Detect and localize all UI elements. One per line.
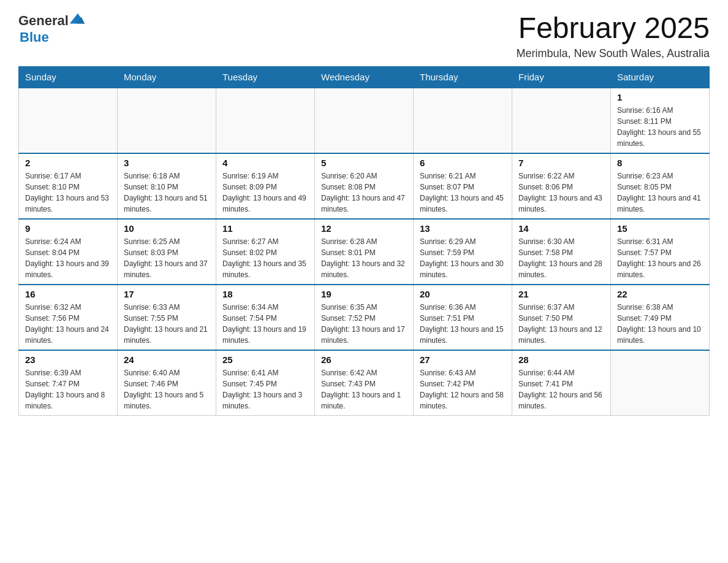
day-info: Sunrise: 6:21 AM Sunset: 8:07 PM Dayligh…: [420, 170, 506, 215]
calendar-cell: 20Sunrise: 6:36 AM Sunset: 7:51 PM Dayli…: [414, 285, 512, 350]
calendar-cell: 7Sunrise: 6:22 AM Sunset: 8:06 PM Daylig…: [512, 153, 611, 219]
day-info: Sunrise: 6:37 AM Sunset: 7:50 PM Dayligh…: [518, 302, 604, 346]
calendar-cell: 15Sunrise: 6:31 AM Sunset: 7:57 PM Dayli…: [611, 219, 710, 285]
calendar-cell: 23Sunrise: 6:39 AM Sunset: 7:47 PM Dayli…: [19, 350, 118, 416]
calendar-week-2: 2Sunrise: 6:17 AM Sunset: 8:10 PM Daylig…: [19, 153, 710, 219]
calendar-week-3: 9Sunrise: 6:24 AM Sunset: 8:04 PM Daylig…: [19, 219, 710, 285]
calendar-cell: 18Sunrise: 6:34 AM Sunset: 7:54 PM Dayli…: [216, 285, 315, 350]
calendar-cell: 1Sunrise: 6:16 AM Sunset: 8:11 PM Daylig…: [611, 88, 710, 153]
day-number: 11: [222, 223, 308, 234]
day-info: Sunrise: 6:35 AM Sunset: 7:52 PM Dayligh…: [321, 302, 407, 346]
calendar-cell: [19, 88, 118, 153]
day-number: 25: [222, 354, 308, 365]
day-number: 4: [222, 158, 308, 168]
day-number: 21: [518, 289, 604, 299]
calendar-cell: [611, 350, 710, 416]
day-number: 9: [25, 223, 111, 234]
day-number: 12: [321, 223, 407, 234]
day-number: 26: [321, 354, 407, 365]
calendar-body: 1Sunrise: 6:16 AM Sunset: 8:11 PM Daylig…: [19, 88, 710, 416]
calendar-cell: [414, 88, 512, 153]
day-info: Sunrise: 6:17 AM Sunset: 8:10 PM Dayligh…: [25, 170, 111, 215]
day-info: Sunrise: 6:41 AM Sunset: 7:45 PM Dayligh…: [222, 367, 308, 412]
calendar-week-1: 1Sunrise: 6:16 AM Sunset: 8:11 PM Daylig…: [19, 88, 710, 153]
title-block: February 2025 Merimbula, New South Wales…: [517, 12, 710, 60]
days-of-week-row: SundayMondayTuesdayWednesdayThursdayFrid…: [19, 66, 710, 88]
day-number: 16: [25, 289, 111, 299]
calendar-cell: 21Sunrise: 6:37 AM Sunset: 7:50 PM Dayli…: [512, 285, 611, 350]
calendar-header: SundayMondayTuesdayWednesdayThursdayFrid…: [19, 66, 710, 88]
calendar-cell: 3Sunrise: 6:18 AM Sunset: 8:10 PM Daylig…: [118, 153, 216, 219]
logo-blue-text: Blue: [20, 29, 49, 45]
weekday-header-wednesday: Wednesday: [315, 66, 414, 88]
calendar-cell: 27Sunrise: 6:43 AM Sunset: 7:42 PM Dayli…: [414, 350, 512, 416]
page-header: General Blue February 2025 Merimbula, Ne…: [18, 12, 710, 60]
logo: General Blue: [18, 12, 86, 45]
calendar-cell: 25Sunrise: 6:41 AM Sunset: 7:45 PM Dayli…: [216, 350, 315, 416]
day-number: 5: [321, 158, 407, 168]
day-number: 24: [124, 354, 210, 365]
weekday-header-friday: Friday: [512, 66, 611, 88]
day-info: Sunrise: 6:39 AM Sunset: 7:47 PM Dayligh…: [25, 367, 111, 412]
day-number: 8: [617, 158, 703, 168]
weekday-header-sunday: Sunday: [19, 66, 118, 88]
logo-general-text: General: [18, 13, 69, 29]
day-info: Sunrise: 6:28 AM Sunset: 8:01 PM Dayligh…: [321, 236, 407, 280]
weekday-header-thursday: Thursday: [414, 66, 512, 88]
day-number: 19: [321, 289, 407, 299]
calendar-cell: 12Sunrise: 6:28 AM Sunset: 8:01 PM Dayli…: [315, 219, 414, 285]
calendar-cell: 14Sunrise: 6:30 AM Sunset: 7:58 PM Dayli…: [512, 219, 611, 285]
day-info: Sunrise: 6:31 AM Sunset: 7:57 PM Dayligh…: [617, 236, 703, 280]
weekday-header-monday: Monday: [118, 66, 216, 88]
logo-icon: [69, 11, 86, 28]
day-info: Sunrise: 6:18 AM Sunset: 8:10 PM Dayligh…: [124, 170, 210, 215]
calendar-cell: [315, 88, 414, 153]
day-info: Sunrise: 6:23 AM Sunset: 8:05 PM Dayligh…: [617, 170, 703, 215]
calendar-cell: 22Sunrise: 6:38 AM Sunset: 7:49 PM Dayli…: [611, 285, 710, 350]
calendar-cell: [216, 88, 315, 153]
day-info: Sunrise: 6:44 AM Sunset: 7:41 PM Dayligh…: [518, 367, 604, 412]
calendar-cell: 6Sunrise: 6:21 AM Sunset: 8:07 PM Daylig…: [414, 153, 512, 219]
weekday-header-saturday: Saturday: [611, 66, 710, 88]
calendar-cell: 13Sunrise: 6:29 AM Sunset: 7:59 PM Dayli…: [414, 219, 512, 285]
day-number: 27: [420, 354, 506, 365]
weekday-header-tuesday: Tuesday: [216, 66, 315, 88]
day-number: 23: [25, 354, 111, 365]
day-number: 6: [420, 158, 506, 168]
calendar-cell: [118, 88, 216, 153]
day-number: 17: [124, 289, 210, 299]
day-number: 2: [25, 158, 111, 168]
day-number: 15: [617, 223, 703, 234]
day-info: Sunrise: 6:27 AM Sunset: 8:02 PM Dayligh…: [222, 236, 308, 280]
calendar-week-5: 23Sunrise: 6:39 AM Sunset: 7:47 PM Dayli…: [19, 350, 710, 416]
day-number: 3: [124, 158, 210, 168]
day-info: Sunrise: 6:29 AM Sunset: 7:59 PM Dayligh…: [420, 236, 506, 280]
calendar-cell: 28Sunrise: 6:44 AM Sunset: 7:41 PM Dayli…: [512, 350, 611, 416]
day-info: Sunrise: 6:24 AM Sunset: 8:04 PM Dayligh…: [25, 236, 111, 280]
day-info: Sunrise: 6:19 AM Sunset: 8:09 PM Dayligh…: [222, 170, 308, 215]
calendar-cell: 2Sunrise: 6:17 AM Sunset: 8:10 PM Daylig…: [19, 153, 118, 219]
calendar-cell: 11Sunrise: 6:27 AM Sunset: 8:02 PM Dayli…: [216, 219, 315, 285]
calendar-cell: 4Sunrise: 6:19 AM Sunset: 8:09 PM Daylig…: [216, 153, 315, 219]
day-info: Sunrise: 6:43 AM Sunset: 7:42 PM Dayligh…: [420, 367, 506, 412]
day-number: 13: [420, 223, 506, 234]
day-info: Sunrise: 6:42 AM Sunset: 7:43 PM Dayligh…: [321, 367, 407, 412]
day-number: 10: [124, 223, 210, 234]
calendar-cell: 5Sunrise: 6:20 AM Sunset: 8:08 PM Daylig…: [315, 153, 414, 219]
day-info: Sunrise: 6:22 AM Sunset: 8:06 PM Dayligh…: [518, 170, 604, 215]
calendar-cell: 17Sunrise: 6:33 AM Sunset: 7:55 PM Dayli…: [118, 285, 216, 350]
day-info: Sunrise: 6:36 AM Sunset: 7:51 PM Dayligh…: [420, 302, 506, 346]
day-info: Sunrise: 6:32 AM Sunset: 7:56 PM Dayligh…: [25, 302, 111, 346]
day-info: Sunrise: 6:20 AM Sunset: 8:08 PM Dayligh…: [321, 170, 407, 215]
day-number: 1: [617, 92, 703, 102]
month-title: February 2025: [517, 12, 710, 45]
calendar-week-4: 16Sunrise: 6:32 AM Sunset: 7:56 PM Dayli…: [19, 285, 710, 350]
location-subtitle: Merimbula, New South Wales, Australia: [517, 47, 710, 60]
calendar-cell: 8Sunrise: 6:23 AM Sunset: 8:05 PM Daylig…: [611, 153, 710, 219]
day-info: Sunrise: 6:38 AM Sunset: 7:49 PM Dayligh…: [617, 302, 703, 346]
day-number: 18: [222, 289, 308, 299]
day-info: Sunrise: 6:30 AM Sunset: 7:58 PM Dayligh…: [518, 236, 604, 280]
calendar-cell: 9Sunrise: 6:24 AM Sunset: 8:04 PM Daylig…: [19, 219, 118, 285]
calendar-cell: 19Sunrise: 6:35 AM Sunset: 7:52 PM Dayli…: [315, 285, 414, 350]
day-number: 14: [518, 223, 604, 234]
